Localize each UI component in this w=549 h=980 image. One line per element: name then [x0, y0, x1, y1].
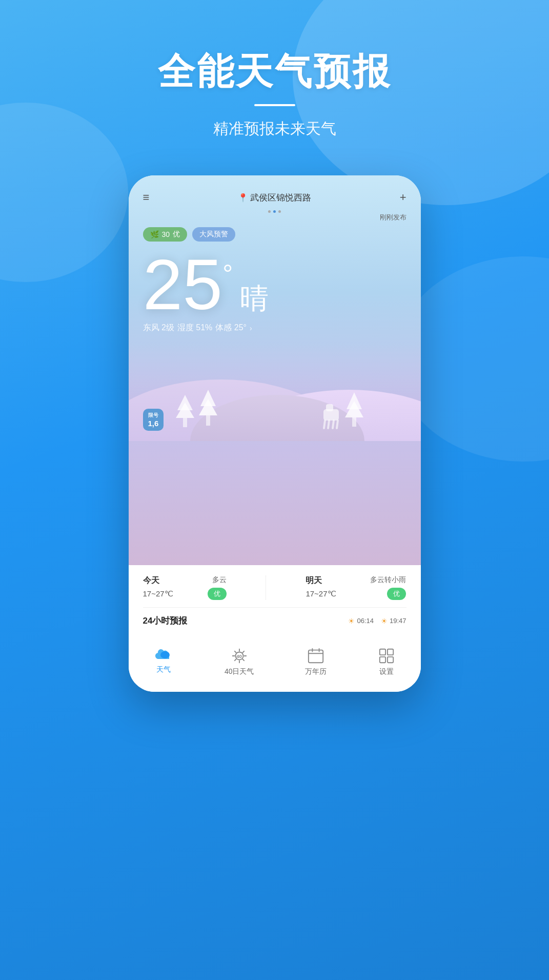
sun40-icon: 40 — [231, 647, 248, 665]
phone-mockup-container: ≡ 📍 武侯区锦悦西路 + 刚刚发布 🌿 30 优 — [0, 175, 549, 692]
svg-line-18 — [337, 421, 338, 428]
badges-row: 🌿 30 优 大风预警 — [143, 227, 406, 242]
svg-rect-30 — [309, 650, 323, 663]
grid-icon — [378, 647, 395, 665]
svg-rect-9 — [206, 415, 210, 426]
wind-info: 东风 2级 — [143, 323, 174, 333]
today-label: 今天 — [143, 575, 173, 586]
phone-mockup: ≡ 📍 武侯区锦悦西路 + 刚刚发布 🌿 30 优 — [129, 175, 421, 692]
forecast-divider — [266, 575, 266, 600]
svg-rect-34 — [379, 649, 385, 655]
weather-details-row[interactable]: 东风 2级 湿度 51% 体感 25° › — [143, 323, 406, 333]
forecast-tomorrow-right: 多云转小雨 优 — [370, 575, 406, 600]
svg-rect-36 — [379, 657, 385, 663]
humidity-info: 湿度 51% — [177, 323, 212, 333]
weather-screen: ≡ 📍 武侯区锦悦西路 + 刚刚发布 🌿 30 优 — [129, 175, 421, 565]
svg-line-26 — [242, 659, 244, 661]
header-subtitle: 精准预报未来天气 — [0, 118, 549, 139]
svg-text:40: 40 — [236, 653, 242, 659]
nav-item-settings[interactable]: 设置 — [378, 647, 395, 676]
app-title: 全能天气预报 — [0, 51, 549, 92]
tomorrow-condition: 多云转小雨 — [370, 575, 406, 585]
cloud-icon — [154, 647, 173, 663]
feel-temp-info: 体感 25° — [215, 323, 247, 333]
sunset-item: ☀ 19:47 — [381, 617, 406, 625]
scenic-svg — [129, 344, 421, 441]
forecast-tomorrow: 明天 17~27℃ — [306, 575, 336, 600]
forecast24-title: 24小时预报 — [143, 615, 188, 627]
nav-item-40day[interactable]: 40 40日天气 — [225, 647, 254, 676]
svg-rect-14 — [326, 404, 333, 411]
aqi-value: 30 — [162, 230, 170, 238]
sunset-icon: ☀ — [381, 617, 388, 625]
svg-line-27 — [242, 651, 244, 653]
bottom-navigation: 天气 40 40日天气 — [129, 639, 421, 692]
phone-bottom-section: 今天 17~27℃ 多云 优 明天 17~27℃ 多云转小雨 优 — [129, 565, 421, 639]
forecast-today-right: 多云 优 — [208, 575, 227, 600]
degree-symbol: ° — [222, 259, 233, 289]
location-name: 武侯区锦悦西路 — [250, 192, 311, 204]
tomorrow-label: 明天 — [306, 575, 336, 586]
nav-label-settings: 设置 — [379, 667, 394, 676]
header-divider — [254, 104, 295, 106]
header-section: 全能天气预报 精准预报未来天气 — [0, 0, 549, 160]
scenic-illustration: 限号 1,6 — [129, 344, 421, 441]
details-chevron-icon: › — [250, 324, 252, 332]
license-plate-badge: 限号 1,6 — [143, 409, 164, 431]
svg-rect-6 — [183, 418, 187, 427]
add-location-button[interactable]: + — [400, 191, 406, 204]
weather-condition: 晴 — [240, 279, 269, 318]
license-number: 1,6 — [148, 419, 159, 428]
temperature-number: 25 — [143, 249, 223, 321]
svg-line-25 — [235, 651, 236, 653]
forecast-row: 今天 17~27℃ 多云 优 明天 17~27℃ 多云转小雨 优 — [143, 575, 406, 608]
sunrise-item: ☀ 06:14 — [348, 617, 374, 625]
location-icon: 📍 — [238, 193, 248, 203]
temperature-display: 25 ° 晴 — [143, 249, 406, 321]
aqi-badge[interactable]: 🌿 30 优 — [143, 227, 188, 242]
svg-rect-12 — [352, 417, 356, 427]
sunset-time: 19:47 — [390, 617, 406, 625]
svg-rect-35 — [388, 649, 393, 655]
nav-label-weather: 天气 — [156, 665, 171, 674]
sunrise-info: ☀ 06:14 ☀ 19:47 — [348, 617, 406, 625]
forecast-today: 今天 17~27℃ — [143, 575, 173, 600]
nav-item-calendar[interactable]: 万年历 — [305, 647, 327, 676]
wind-warning-badge[interactable]: 大风预警 — [192, 227, 235, 242]
aqi-level: 优 — [173, 230, 180, 239]
sunrise-time: 06:14 — [357, 617, 374, 625]
svg-line-15 — [324, 421, 325, 428]
nav-label-calendar: 万年历 — [305, 667, 327, 676]
svg-rect-37 — [388, 657, 393, 663]
published-time: 刚刚发布 — [143, 213, 406, 222]
nav-item-weather[interactable]: 天气 — [154, 647, 173, 676]
today-temp: 17~27℃ — [143, 589, 173, 598]
location-label[interactable]: 📍 武侯区锦悦西路 — [238, 192, 311, 204]
svg-line-17 — [333, 421, 334, 428]
forecast24-header: 24小时预报 ☀ 06:14 ☀ 19:47 — [143, 615, 406, 627]
today-quality-badge: 优 — [208, 588, 227, 600]
nav-label-40day: 40日天气 — [225, 667, 254, 676]
today-condition: 多云 — [212, 575, 227, 585]
calendar-icon — [307, 647, 324, 665]
svg-point-19 — [160, 651, 170, 658]
tomorrow-quality-badge: 优 — [387, 588, 406, 600]
sunrise-icon: ☀ — [348, 617, 355, 625]
license-label-text: 限号 — [148, 412, 159, 419]
menu-icon[interactable]: ≡ — [143, 191, 150, 204]
svg-line-16 — [328, 421, 329, 428]
phone-topbar: ≡ 📍 武侯区锦悦西路 + — [143, 191, 406, 204]
svg-line-28 — [235, 659, 236, 661]
tomorrow-temp: 17~27℃ — [306, 589, 336, 598]
leaf-icon: 🌿 — [150, 230, 159, 238]
